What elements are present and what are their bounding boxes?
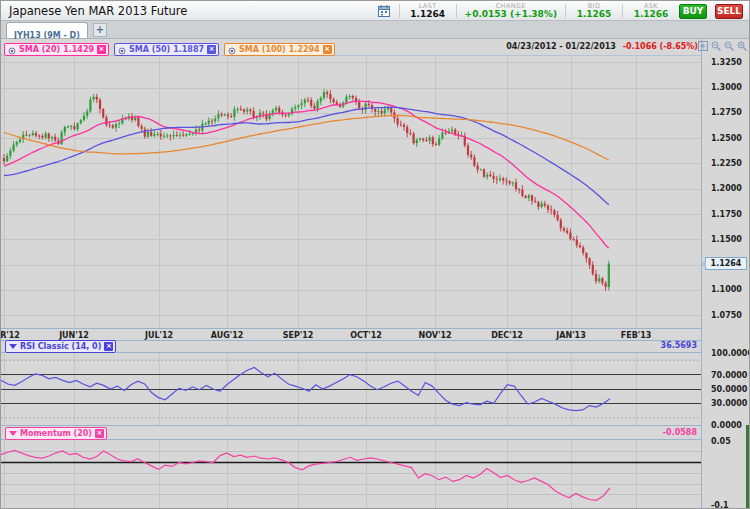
zoom-out-icon[interactable] — [710, 40, 722, 52]
time-axis-label: AUG'12 — [211, 331, 244, 340]
change-value: +0.0153 (+1.38%) — [465, 10, 557, 19]
visibility-toggle-icon[interactable] — [8, 40, 16, 59]
time-axis-label: OCT'12 — [350, 331, 382, 340]
chevron-down-icon[interactable] — [9, 344, 17, 349]
title-bar: Japanese Yen MAR 2013 Future LAST 1.1264… — [1, 1, 749, 21]
axis-tick-label: 0.05 — [711, 437, 731, 446]
legend-sma50-badge[interactable]: SMA (50) 1.1887 × — [114, 43, 219, 56]
quote-change: CHANGE +0.0153 (+1.38%) — [465, 3, 557, 20]
close-icon[interactable]: × — [323, 45, 332, 54]
quote-last: LAST 1.1264 — [408, 3, 448, 20]
legend-sma20-badge[interactable]: SMA (20) 1.1429 × — [4, 43, 109, 56]
box-zoom-icon[interactable] — [697, 40, 709, 52]
calendar-icon[interactable] — [377, 4, 391, 18]
momentum-chart[interactable] — [1, 439, 701, 509]
current-price-tag: 1.1264 — [705, 257, 747, 270]
main-price-chart[interactable] — [1, 55, 701, 328]
axis-tick-label: 1.0750 — [711, 311, 742, 320]
ask-price: 1.1266 — [634, 10, 669, 19]
close-icon[interactable]: × — [97, 45, 106, 54]
close-icon[interactable]: × — [104, 342, 113, 351]
time-axis-label: JUN'12 — [59, 331, 89, 340]
time-axis-label: JUL'12 — [145, 331, 173, 340]
time-axis-label: APR'12 — [1, 331, 20, 340]
axis-tick-label: 1.2500 — [711, 134, 742, 143]
date-range: 04/23/2012 - 01/22/2013 -0.1066 (-8.65%) — [506, 42, 698, 51]
time-axis-label: SEP'12 — [283, 331, 314, 340]
divider — [565, 4, 566, 18]
visibility-toggle-icon[interactable] — [228, 40, 236, 59]
axis-tick-label: 70.0000 — [711, 371, 747, 380]
instrument-title: Japanese Yen MAR 2013 Future — [9, 4, 187, 18]
tab-jyh13[interactable]: JYH13 (9M - D) — [6, 22, 88, 38]
divider — [456, 4, 457, 18]
momentum-badge[interactable]: Momentum (20) × — [5, 427, 107, 440]
close-icon[interactable]: × — [207, 45, 216, 54]
close-icon[interactable]: × — [95, 429, 104, 438]
axis-tick-label: 1.1000 — [711, 285, 742, 294]
indicator-legend: SMA (20) 1.1429 × SMA (50) 1.1887 × SMA … — [4, 43, 335, 56]
momentum-last-value: -0.0588 — [663, 428, 697, 437]
zoom-out-alt-icon[interactable] — [723, 40, 735, 52]
axis-tick-label: 1.3000 — [711, 83, 742, 92]
price-axis[interactable]: 1.1264 1.32501.30001.27501.25001.22501.2… — [701, 39, 750, 509]
axis-tick-label: 1.1500 — [711, 235, 742, 244]
axis-tick-label: 0.0000 — [711, 421, 742, 430]
axis-tick-label: 100.0000 — [711, 349, 750, 358]
quote-strip: LAST 1.1264 CHANGE +0.0153 (+1.38%) BID … — [377, 1, 743, 21]
divider — [399, 4, 400, 18]
momentum-header: Momentum (20) × — [5, 427, 107, 440]
time-axis-label: NOV'12 — [418, 331, 451, 340]
axis-tick-label: 1.2250 — [711, 159, 742, 168]
add-tab-button[interactable]: + — [93, 23, 107, 37]
zoom-in-icon[interactable] — [736, 40, 748, 52]
buy-button[interactable]: BUY — [679, 4, 707, 19]
chart-region: APR'12JUN'12JUL'12AUG'12SEP'12OCT'12NOV'… — [1, 39, 750, 509]
visibility-toggle-icon[interactable] — [118, 40, 126, 59]
zoom-toolbar — [697, 40, 748, 52]
trading-app-window: Japanese Yen MAR 2013 Future LAST 1.1264… — [0, 0, 750, 509]
last-price: 1.1264 — [410, 10, 445, 19]
divider — [622, 4, 623, 18]
time-axis-label: JAN'13 — [556, 331, 585, 340]
axis-tick-label: 1.3250 — [711, 58, 742, 67]
axis-tick-label: 30.0000 — [711, 399, 747, 408]
quote-bid: BID 1.1265 — [574, 3, 614, 20]
range-change: -0.1066 (-8.65%) — [623, 42, 698, 51]
rsi-badge[interactable]: RSI Classic (14, 0) × — [5, 340, 116, 353]
time-axis-label: FEB'13 — [621, 331, 652, 340]
bid-price: 1.1265 — [577, 10, 612, 19]
axis-tick-label: 1.2000 — [711, 184, 742, 193]
axis-tick-label: 1.2750 — [711, 108, 742, 117]
axis-tick-label: -0.1 — [711, 501, 729, 509]
legend-sma100-badge[interactable]: SMA (100) 1.2294 × — [224, 43, 335, 56]
tab-bar: JYH13 (9M - D) + — [1, 21, 749, 39]
rsi-last-value: 36.5693 — [661, 341, 697, 350]
sell-button[interactable]: SELL — [715, 4, 743, 19]
rsi-header: RSI Classic (14, 0) × — [5, 340, 116, 353]
rsi-chart[interactable] — [1, 352, 701, 426]
quote-ask: ASK 1.1266 — [631, 3, 671, 20]
window-edge-accent — [746, 425, 750, 509]
axis-tick-label: 50.0000 — [711, 385, 747, 394]
time-axis-label: DEC'12 — [491, 331, 523, 340]
chevron-down-icon[interactable] — [9, 431, 17, 436]
axis-tick-label: 1.1750 — [711, 210, 742, 219]
